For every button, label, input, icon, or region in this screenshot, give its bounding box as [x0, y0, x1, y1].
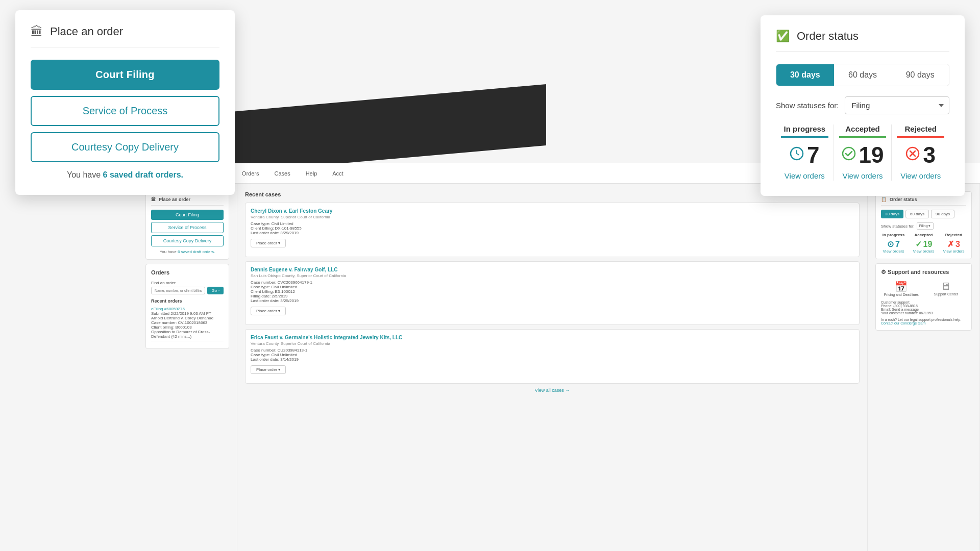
saved-drafts-prefix: You have — [67, 170, 103, 179]
check-circle-icon — [842, 146, 856, 164]
bg-building-icon: 🏛 — [151, 197, 156, 202]
bg-order-status-card: 📋 Order status 30 days 60 days 90 days S… — [875, 191, 972, 259]
bg-case-3: Erica Faust v. Germaine's Holistic Integ… — [245, 329, 860, 384]
bg-support-center[interactable]: 🖥 Support Center — [926, 281, 967, 296]
bg-case-3-name[interactable]: Erica Faust v. Germaine's Holistic Integ… — [251, 335, 854, 340]
show-statuses-label: Show statuses for: — [776, 101, 839, 110]
bg-accepted-col: Accepted ✓ 19 View orders — [911, 233, 936, 254]
accepted-count-row: 19 — [839, 144, 887, 166]
bg-case-2-court: San Luis Obispo County, Superior Court o… — [251, 273, 854, 278]
bg-find-order-label: Find an order: — [151, 281, 224, 285]
bg-col-recent-cases: Recent cases Cheryl Dixon v. Earl Feston… — [237, 184, 868, 551]
bg-concierge-text: In a rush? Let our legal support profess… — [881, 318, 966, 325]
in-progress-count-row: 7 — [781, 144, 828, 166]
place-order-header: 🏛 Place an order — [31, 24, 219, 47]
bg-status-tabs: 30 days 60 days 90 days — [881, 210, 966, 218]
show-statuses-row: Show statuses for: Filing Service Courte… — [776, 96, 949, 114]
bg-case-3-details: Case number: CU203984113-1Case type: Civ… — [251, 348, 854, 362]
bg-nav-cases: Cases — [274, 170, 290, 177]
bg-court-filing-btn[interactable]: Court Filing — [151, 210, 224, 220]
bg-order-billing: Client billing: B000103 — [151, 325, 224, 330]
bg-in-progress-view[interactable]: View orders — [881, 249, 906, 254]
x-circle-icon — [905, 146, 920, 164]
courtesy-copy-button[interactable]: Courtesy Copy Delivery — [31, 132, 219, 162]
clipboard-check-icon: ✅ — [776, 30, 790, 43]
service-of-process-button[interactable]: Service of Process — [31, 96, 219, 126]
bg-find-order-row: Go › — [151, 287, 224, 294]
rejected-count-row: 3 — [897, 144, 944, 166]
bg-rejected-view[interactable]: View orders — [941, 249, 966, 254]
rejected-number: 3 — [923, 144, 935, 166]
bg-tab-60[interactable]: 60 days — [905, 210, 929, 218]
bg-orders-card: Orders Find an order: Go › Recent orders… — [145, 264, 229, 349]
building-icon: 🏛 — [31, 24, 43, 39]
rejected-label: Rejected — [897, 124, 944, 138]
bg-courtesy-btn[interactable]: Courtesy Copy Delivery — [151, 235, 224, 246]
order-status-header: ✅ Order status — [776, 30, 949, 52]
bg-nav-help: Help — [306, 170, 317, 177]
bg-case-3-place-order[interactable]: Place order ▾ — [251, 365, 286, 374]
bg-support-header: ⚙ Support and resources — [881, 269, 966, 276]
bg-concierge-link[interactable]: Contact our Concierge team — [881, 321, 926, 325]
bg-case-3-court: Ventura County, Superior Court of Califo… — [251, 341, 854, 346]
bg-case-1-name[interactable]: Cheryl Dixon v. Earl Feston Geary — [251, 208, 854, 214]
bg-in-progress-count: ⊙ 7 — [881, 239, 906, 249]
bg-order-type: eFiling #60059275 — [151, 307, 224, 311]
bg-case-1-court: Ventura County, Superior Court of Califo… — [251, 215, 854, 219]
bg-support-icons: 📅 Pricing and Deadlines 🖥 Support Center — [881, 281, 966, 296]
bg-order-submitted: Submitted 2/22/2019 9:03 AM PT — [151, 311, 224, 316]
bg-saved-drafts-text: You have 6 saved draft orders. — [151, 249, 224, 254]
bg-case-2: Dennis Eugene v. Fairway Golf, LLC San L… — [245, 261, 860, 325]
bg-case-2-details: Case number: CVC2039664179-1Case type: C… — [251, 280, 854, 303]
bg-service-btn[interactable]: Service of Process — [151, 222, 224, 233]
bg-status-grid: In progress ⊙ 7 View orders Accepted ✓ 1… — [881, 233, 966, 254]
bg-case-1: Cheryl Dixon v. Earl Feston Geary Ventur… — [245, 203, 860, 257]
in-progress-column: In progress 7 View orders — [776, 124, 834, 181]
accepted-column: Accepted 19 View orders — [834, 124, 892, 181]
bg-tab-30[interactable]: 30 days — [881, 210, 903, 218]
bg-col-order-status: 📋 Order status 30 days 60 days 90 days S… — [868, 184, 980, 551]
bg-view-all-cases[interactable]: View all cases → — [245, 388, 860, 393]
bg-rejected-col: Rejected ✗ 3 View orders — [941, 233, 966, 254]
bg-order-status-title: Order status — [890, 197, 917, 202]
bg-recent-orders-header: Recent orders — [151, 298, 224, 304]
in-progress-view-orders-link[interactable]: View orders — [785, 171, 825, 180]
bg-accepted-view[interactable]: View orders — [911, 249, 936, 254]
bg-place-order-header: 🏛 Place an order — [151, 197, 224, 206]
bg-saved-drafts-link[interactable]: 6 saved draft orders. — [178, 249, 215, 254]
tab-30-days[interactable]: 30 days — [776, 64, 834, 86]
bg-rejected-label: Rejected — [941, 233, 966, 237]
in-progress-label: In progress — [781, 124, 828, 138]
bg-order-status-header: 📋 Order status — [881, 197, 966, 206]
bg-order-search-input[interactable] — [151, 287, 205, 294]
show-statuses-select[interactable]: Filing Service Courtesy Copy — [845, 96, 949, 114]
accepted-number: 19 — [859, 144, 884, 166]
rejected-view-orders-link[interactable]: View orders — [900, 171, 941, 180]
court-filing-button[interactable]: Court Filing — [31, 60, 219, 90]
bg-accepted-count: ✓ 19 — [911, 239, 936, 249]
bg-nav-orders: Orders — [242, 170, 259, 177]
bg-clipboard-icon: 📋 — [881, 197, 887, 202]
days-tabs: 30 days 60 days 90 days — [776, 64, 949, 86]
svg-point-1 — [843, 147, 855, 160]
bg-case-2-place-order[interactable]: Place order ▾ — [251, 307, 286, 315]
accepted-label: Accepted — [839, 124, 887, 138]
status-columns: In progress 7 View orders Accepted — [776, 124, 949, 181]
saved-drafts-text: You have 6 saved draft orders. — [31, 170, 219, 180]
tab-90-days[interactable]: 90 days — [891, 64, 949, 86]
in-progress-number: 7 — [807, 144, 819, 166]
bg-case-2-name[interactable]: Dennis Eugene v. Fairway Golf, LLC — [251, 267, 854, 272]
bg-show-for-row: Show statuses for: Filing ▾ — [881, 222, 966, 230]
order-status-title: Order status — [797, 30, 859, 43]
bg-place-order-title: Place an order — [159, 197, 190, 202]
saved-drafts-link[interactable]: 6 saved draft orders. — [103, 170, 183, 179]
order-status-card: ✅ Order status 30 days 60 days 90 days S… — [761, 15, 965, 196]
bg-pricing-deadlines[interactable]: 📅 Pricing and Deadlines — [881, 281, 922, 296]
bg-order-case-num: Case number: CV-1002018663 — [151, 320, 224, 325]
bg-case-1-place-order[interactable]: Place order ▾ — [251, 239, 286, 247]
bg-tab-90[interactable]: 90 days — [931, 210, 954, 218]
tab-60-days[interactable]: 60 days — [834, 64, 892, 86]
bg-case-1-details: Case type: Civil LimitedClient billing: … — [251, 221, 854, 235]
accepted-view-orders-link[interactable]: View orders — [843, 171, 883, 180]
bg-go-button[interactable]: Go › — [207, 287, 224, 294]
